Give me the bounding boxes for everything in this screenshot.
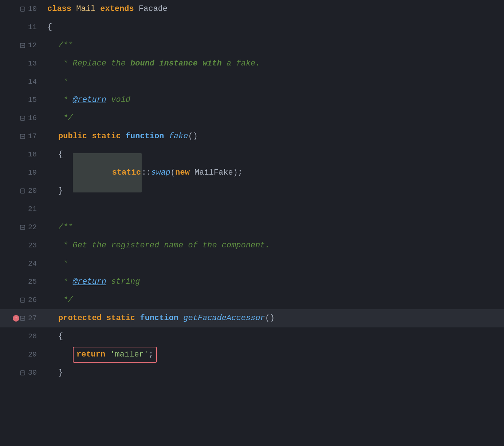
code-line-17: public static function fake ()	[40, 127, 504, 146]
comment-bound: bound	[130, 57, 154, 70]
line-number-gutter: 10 11 12 13 14	[0, 0, 40, 446]
gutter-row-13: 13	[0, 55, 40, 73]
comment-open-12: /**	[58, 39, 73, 52]
brace-open-28: {	[58, 330, 63, 343]
gutter-row-24: 24	[0, 255, 40, 273]
keyword-function-27: function	[140, 312, 183, 324]
comment-close-16: */	[58, 112, 73, 124]
line-number-18: 18	[26, 149, 37, 160]
semicolon-29: ;	[149, 348, 153, 361]
brace-open-18: {	[58, 148, 63, 161]
keyword-static-19: static	[112, 168, 141, 177]
keyword-static-17: static	[92, 130, 125, 143]
line-number-25: 25	[26, 276, 37, 288]
comment-body-13b	[154, 57, 159, 70]
gutter-row-22: 22	[0, 218, 40, 236]
method-swap: swap	[151, 166, 170, 179]
gutter-row-15: 15	[0, 91, 40, 109]
brace-close-30: }	[58, 366, 63, 379]
comment-void-15: void	[106, 93, 130, 106]
comment-open-22: /**	[58, 221, 73, 234]
line-number-26: 26	[26, 294, 37, 306]
comment-star-14: *	[58, 75, 68, 88]
code-line-27: protected static function getFacadeAcces…	[40, 309, 504, 327]
line-number-17: 17	[26, 131, 37, 142]
fold-marker-26[interactable]	[20, 298, 25, 303]
keyword-new-19: new	[175, 166, 194, 179]
code-line-19: static :: swap ( new MailFake);	[40, 164, 504, 182]
code-line-30: }	[40, 364, 504, 382]
line-number-22: 22	[26, 222, 37, 233]
static-highlight-19: static	[73, 153, 142, 192]
breakpoint-icon-27[interactable]: ↑	[13, 315, 19, 322]
code-line-22: /**	[40, 218, 504, 236]
comment-tag-return-25: @return	[73, 275, 106, 288]
gutter-row-12: 12	[0, 36, 40, 55]
gutter-row-30: 30	[0, 364, 40, 382]
line-number-20: 20	[26, 185, 37, 197]
line-number-11: 11	[26, 21, 37, 33]
paren-open-19: (	[170, 166, 175, 179]
gutter-row-25: 25	[0, 273, 40, 291]
line-number-14: 14	[26, 76, 37, 88]
gutter-row-20: 20	[0, 182, 40, 200]
fold-marker-12[interactable]	[20, 43, 25, 48]
fold-marker-30[interactable]	[20, 370, 25, 375]
line-number-27: 27	[26, 312, 37, 324]
string-mailer: 'mailer'	[110, 348, 149, 361]
code-line-14: *	[40, 73, 504, 91]
code-line-10: class Mail extends Facade	[40, 0, 504, 18]
line-number-21: 21	[26, 203, 37, 215]
line-number-12: 12	[26, 40, 37, 51]
comment-prefix-25: *	[58, 275, 73, 288]
comment-instance: instance	[159, 57, 198, 70]
fold-marker-22[interactable]	[20, 225, 25, 230]
code-line-15: * @return void	[40, 91, 504, 109]
code-editor: 10 11 12 13 14	[0, 0, 504, 446]
code-line-23: * Get the registered name of the compone…	[40, 236, 504, 255]
comment-body-13: * Replace the	[58, 57, 130, 70]
comment-close-26: */	[58, 294, 73, 306]
gutter-row-26: 26	[0, 291, 40, 309]
method-getfacadeaccessor: getFacadeAccessor	[183, 312, 265, 324]
gutter-row-14: 14	[0, 73, 40, 91]
gutter-row-16: 16	[0, 109, 40, 127]
gutter-row-27: ↑ 27	[0, 309, 40, 327]
fold-marker-16[interactable]	[20, 116, 25, 121]
code-line-12: /**	[40, 36, 504, 55]
keyword-return-29: return	[76, 348, 110, 361]
fold-marker-17[interactable]	[20, 134, 25, 139]
line-number-16: 16	[26, 112, 37, 124]
return-highlight-29: return 'mailer' ;	[73, 347, 157, 362]
line-number-15: 15	[26, 94, 37, 106]
gutter-row-19: 19	[0, 164, 40, 182]
brace-open-11: {	[47, 21, 52, 33]
gutter-row-10: 10	[0, 0, 40, 18]
comment-with: with	[202, 57, 222, 70]
mailfake-19: MailFake);	[194, 166, 243, 179]
line-number-29: 29	[26, 349, 37, 361]
line-number-13: 13	[26, 58, 37, 69]
code-line-13: * Replace the bound instance with a fake…	[40, 55, 504, 73]
keyword-class: class	[47, 3, 76, 15]
fold-marker-10[interactable]	[20, 7, 25, 12]
keyword-static-27: static	[106, 312, 140, 324]
fold-marker-27[interactable]	[20, 316, 25, 321]
class-mail: Mail	[76, 3, 100, 15]
code-line-29: return 'mailer' ;	[40, 346, 504, 364]
code-line-24: *	[40, 255, 504, 273]
gutter-row-17: 17	[0, 127, 40, 146]
line-number-19: 19	[26, 167, 37, 179]
code-line-26: */	[40, 291, 504, 309]
code-line-21	[40, 200, 504, 218]
gutter-row-18: 18	[0, 146, 40, 164]
fold-marker-20[interactable]	[20, 188, 25, 194]
double-colon-19: ::	[142, 166, 151, 179]
comment-body-13d: a fake.	[222, 57, 260, 70]
keyword-protected-27: protected	[58, 312, 106, 324]
gutter-row-28: 28	[0, 327, 40, 346]
gutter-row-23: 23	[0, 236, 40, 255]
gutter-row-21: 21	[0, 200, 40, 218]
comment-string-25: string	[106, 275, 140, 288]
line-number-30: 30	[26, 367, 37, 379]
